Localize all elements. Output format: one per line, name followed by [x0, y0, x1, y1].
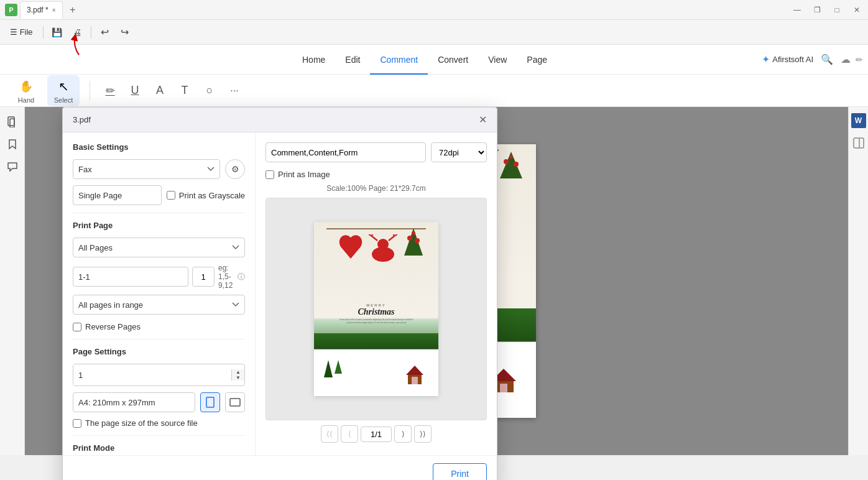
- divider-3: [73, 435, 245, 436]
- page-range-input[interactable]: [73, 267, 188, 287]
- menu-bar: Home Edit Comment Convert View Page ✦ Af…: [0, 45, 868, 75]
- maximize-btn[interactable]: □: [831, 4, 843, 16]
- menu-edit[interactable]: Edit: [335, 45, 370, 75]
- print-dialog: 3.pdf ✕ Basic Settings Fax Adobe PDF Mic…: [62, 107, 497, 480]
- content-options-select[interactable]: Comment,Content,Form Content Only Form O…: [265, 142, 426, 162]
- dpi-select[interactable]: 72dpi 150dpi 300dpi: [431, 142, 487, 162]
- copies-row: ▲ ▼: [73, 364, 245, 386]
- app-icon: P: [5, 4, 17, 16]
- preview-house: [406, 366, 423, 381]
- edit-profile-btn[interactable]: ✏: [856, 55, 863, 65]
- info-icon[interactable]: ⓘ: [238, 272, 245, 282]
- svg-line-31: [393, 234, 395, 236]
- dialog-title: 3.pdf: [73, 115, 91, 124]
- copies-input[interactable]: [73, 364, 231, 385]
- menu-convert[interactable]: Convert: [428, 45, 478, 75]
- app-icon-letter: P: [9, 6, 13, 14]
- subbar-separator: [90, 81, 90, 101]
- file-menu-btn[interactable]: ☰ File: [5, 27, 38, 37]
- page-range-select[interactable]: All Pages Current Page Custom Range: [73, 238, 245, 257]
- ai-star-icon: ✦: [762, 53, 770, 65]
- source-file-check-row: The page size of the source file: [73, 418, 245, 428]
- search-btn[interactable]: 🔍: [818, 51, 836, 68]
- more-icon: ···: [230, 85, 238, 96]
- print-as-image-label[interactable]: Print as Image: [278, 170, 330, 179]
- search-icon: 🔍: [821, 53, 833, 65]
- minimize-btn[interactable]: —: [791, 4, 803, 16]
- cloud-btn[interactable]: ☁: [841, 53, 851, 65]
- menu-home[interactable]: Home: [292, 45, 335, 75]
- svg-point-33: [407, 236, 412, 241]
- toolbar-separator-2: [91, 26, 91, 39]
- page-layout-select[interactable]: Single Page Two Pages Booklet: [73, 185, 162, 205]
- ai-assistant-btn[interactable]: ✦ Afirstsoft AI: [762, 53, 813, 65]
- last-page-btn[interactable]: ⟩⟩: [414, 425, 432, 443]
- menu-comment[interactable]: Comment: [370, 45, 428, 75]
- divider-1: [73, 213, 245, 213]
- toolbar: ☰ File 💾 🖨 ↩ ↪: [0, 20, 868, 45]
- printer-settings-btn[interactable]: ⚙: [225, 159, 245, 179]
- dialog-left-panel: Basic Settings Fax Adobe PDF Microsoft P…: [63, 132, 256, 455]
- text-pointer-icon: A: [156, 84, 164, 97]
- text-pointer-btn[interactable]: A: [150, 81, 170, 101]
- page-count-input[interactable]: [192, 267, 215, 287]
- svg-marker-36: [324, 360, 333, 377]
- restore-btn[interactable]: ❐: [811, 4, 823, 16]
- tab-close-btn[interactable]: ×: [52, 7, 56, 14]
- tab-add-btn[interactable]: +: [65, 2, 80, 17]
- select-icon: ↖: [55, 78, 72, 95]
- preview-branch: [404, 227, 423, 259]
- tab-3pdf[interactable]: 3.pdf * ×: [20, 1, 63, 19]
- save-btn[interactable]: 💾: [48, 24, 66, 41]
- svg-point-34: [415, 238, 420, 243]
- more-btn[interactable]: ···: [224, 81, 244, 101]
- text-box-btn[interactable]: T: [175, 81, 195, 101]
- grayscale-check: Print as Grayscale: [167, 191, 245, 200]
- source-file-checkbox[interactable]: [73, 419, 81, 428]
- underline-btn[interactable]: U: [125, 81, 145, 101]
- ai-label: Afirstsoft AI: [772, 55, 813, 64]
- title-bar-left: P 3.pdf * × +: [5, 1, 80, 19]
- reverse-pages-checkbox[interactable]: [73, 323, 81, 331]
- undo-btn[interactable]: ↩: [96, 24, 114, 41]
- landscape-btn[interactable]: [225, 392, 245, 412]
- portrait-btn[interactable]: [200, 392, 220, 412]
- grayscale-checkbox[interactable]: [167, 191, 175, 200]
- prev-page-btn[interactable]: ⟨: [341, 425, 358, 443]
- first-page-btn[interactable]: ⟨⟨: [321, 425, 338, 443]
- copies-up-btn[interactable]: ▲: [232, 369, 244, 375]
- menu-page[interactable]: Page: [517, 45, 557, 75]
- svg-line-28: [369, 234, 371, 236]
- menu-bar-right: ✦ Afirstsoft AI 🔍 ☁ ✏: [762, 51, 868, 68]
- svg-point-25: [377, 239, 389, 250]
- select-tool-btn[interactable]: ↖ Select: [47, 75, 80, 106]
- text-box-icon: T: [182, 84, 188, 97]
- tab-label: 3.pdf *: [27, 6, 48, 14]
- shape-btn[interactable]: ○: [200, 81, 219, 101]
- dialog-close-btn[interactable]: ✕: [479, 114, 487, 126]
- print-action-btn[interactable]: Print: [433, 463, 487, 480]
- redo-btn[interactable]: ↪: [116, 24, 134, 41]
- pages-in-range-select[interactable]: All pages in range Odd pages only Even p…: [73, 295, 245, 315]
- close-btn[interactable]: ✕: [851, 4, 863, 16]
- hand-tool-btn[interactable]: ✋ Hand: [10, 75, 42, 106]
- pencil-underline-btn[interactable]: ✏: [100, 81, 120, 101]
- print-mode-heading: Print Mode: [73, 443, 245, 453]
- next-page-btn[interactable]: ⟩: [394, 425, 412, 443]
- basic-settings-heading: Basic Settings: [73, 142, 245, 152]
- reverse-pages-label[interactable]: Reverse Pages: [85, 322, 141, 331]
- preview-left-trees: [324, 360, 342, 377]
- dialog-right-panel: Comment,Content,Form Content Only Form O…: [256, 132, 497, 455]
- printer-select[interactable]: Fax Adobe PDF Microsoft Print to PDF: [73, 159, 220, 179]
- last-page-icon: ⟩⟩: [420, 430, 426, 438]
- print-as-image-checkbox[interactable]: [265, 170, 274, 179]
- menu-view[interactable]: View: [478, 45, 517, 75]
- svg-rect-22: [206, 397, 214, 407]
- copies-spinners: ▲ ▼: [231, 369, 244, 381]
- grayscale-label[interactable]: Print as Grayscale: [179, 191, 245, 200]
- paper-size-select[interactable]: A4: 210mm x 297mm A3: 297mm x 420mm Lett…: [73, 392, 195, 412]
- copies-down-btn[interactable]: ▼: [232, 375, 244, 381]
- source-file-label[interactable]: The page size of the source file: [85, 418, 198, 428]
- pages-in-range-row: All pages in range Odd pages only Even p…: [73, 295, 245, 315]
- shape-icon: ○: [206, 84, 213, 97]
